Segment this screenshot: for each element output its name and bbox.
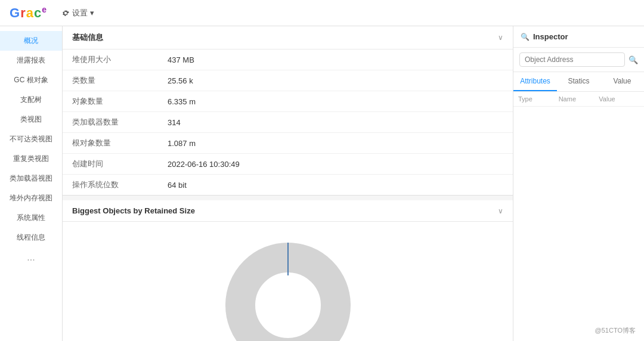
- logo-a: a: [26, 5, 34, 20]
- basic-info-table: 堆使用大小 437 MB 类数量 25.56 k 对象数量 6.335 m 类加…: [63, 49, 513, 195]
- col-type: Type: [518, 95, 559, 103]
- biggest-collapse-icon: ∨: [498, 207, 503, 215]
- sidebar-more: ...: [0, 247, 62, 268]
- object-address-input[interactable]: [519, 52, 625, 67]
- sidebar-item-unreachable-class[interactable]: 不可达类视图: [0, 129, 62, 149]
- sidebar-item-class-view[interactable]: 类视图: [0, 110, 62, 129]
- settings-menu[interactable]: 设置 ▾: [61, 8, 94, 18]
- table-row: 堆使用大小 437 MB: [63, 49, 513, 70]
- sidebar-item-thread-info[interactable]: 线程信息: [0, 228, 62, 247]
- settings-arrow: ▾: [90, 8, 94, 17]
- inspector-title: Inspector: [533, 32, 568, 41]
- inspector-tabs: Attributes Statics Value: [513, 72, 644, 92]
- row-label: 类加载器数量: [63, 112, 158, 133]
- basic-info-section: 基础信息 ∨ 堆使用大小 437 MB 类数量 25.56 k 对象数量 6.3…: [63, 26, 513, 196]
- row-value: 64 bit: [158, 175, 513, 196]
- row-value: 25.56 k: [158, 70, 513, 91]
- sidebar: 概况 泄露报表 GC 根对象 支配树 类视图 不可达类视图 重复类视图 类加载器…: [0, 26, 63, 341]
- tab-statics[interactable]: Statics: [557, 72, 600, 91]
- inspector-icon: 🔍: [521, 33, 530, 41]
- tab-attributes[interactable]: Attributes: [513, 72, 557, 91]
- app-header: Grace 设置 ▾: [0, 0, 644, 26]
- row-label: 操作系统位数: [63, 175, 158, 196]
- col-value: Value: [599, 95, 639, 103]
- basic-info-title: 基础信息: [72, 32, 103, 43]
- inspector-search: 🔍: [513, 48, 644, 72]
- main-layout: 概况 泄露报表 GC 根对象 支配树 类视图 不可达类视图 重复类视图 类加载器…: [0, 26, 644, 341]
- donut-chart: [205, 234, 371, 341]
- logo-r: r: [20, 5, 26, 20]
- table-row: 对象数量 6.335 m: [63, 91, 513, 112]
- svg-point-1: [258, 275, 318, 335]
- table-row: 类数量 25.56 k: [63, 70, 513, 91]
- row-value: 437 MB: [158, 49, 513, 70]
- chart-area: [63, 222, 513, 341]
- sidebar-item-gc-roots[interactable]: GC 根对象: [0, 70, 62, 90]
- inspector-header: 🔍 Inspector: [513, 26, 644, 48]
- sidebar-item-overview[interactable]: 概况: [0, 31, 62, 51]
- table-row: 根对象数量 1.087 m: [63, 133, 513, 154]
- search-button[interactable]: 🔍: [628, 55, 638, 64]
- content-area: 基础信息 ∨ 堆使用大小 437 MB 类数量 25.56 k 对象数量 6.3…: [63, 26, 513, 341]
- basic-info-header[interactable]: 基础信息 ∨: [63, 26, 513, 49]
- row-label: 根对象数量: [63, 133, 158, 154]
- sidebar-item-off-heap[interactable]: 堆外内存视图: [0, 188, 62, 208]
- biggest-objects-header[interactable]: Biggest Objects by Retained Size ∨: [63, 200, 513, 222]
- row-value: 1.087 m: [158, 133, 513, 154]
- settings-label: 设置: [72, 8, 88, 18]
- row-label: 创建时间: [63, 154, 158, 175]
- row-label: 对象数量: [63, 91, 158, 112]
- row-value: 2022-06-16 10:30:49: [158, 154, 513, 175]
- table-row: 创建时间 2022-06-16 10:30:49: [63, 154, 513, 175]
- inspector-columns: Type Name Value: [513, 92, 644, 107]
- logo-g: G: [10, 5, 20, 20]
- logo-e: e: [42, 5, 47, 14]
- sidebar-item-classloader[interactable]: 类加载器视图: [0, 169, 62, 188]
- collapse-icon: ∨: [498, 33, 503, 42]
- right-panel: 🔍 Inspector 🔍 Attributes Statics Value T…: [513, 26, 644, 341]
- row-value: 6.335 m: [158, 91, 513, 112]
- gear-icon: [61, 9, 70, 17]
- biggest-objects-title: Biggest Objects by Retained Size: [72, 206, 195, 215]
- watermark: @51CTO博客: [592, 325, 639, 336]
- sidebar-item-sys-props[interactable]: 系统属性: [0, 208, 62, 228]
- sidebar-item-duplicate-class[interactable]: 重复类视图: [0, 149, 62, 169]
- row-value: 314: [158, 112, 513, 133]
- app-logo: Grace: [10, 5, 47, 21]
- sidebar-item-leak-report[interactable]: 泄露报表: [0, 51, 62, 70]
- biggest-objects-section: Biggest Objects by Retained Size ∨: [63, 200, 513, 341]
- row-label: 堆使用大小: [63, 49, 158, 70]
- logo-c: c: [34, 5, 42, 20]
- col-name: Name: [559, 95, 599, 103]
- row-label: 类数量: [63, 70, 158, 91]
- sidebar-item-dominator-tree[interactable]: 支配树: [0, 90, 62, 110]
- tab-value[interactable]: Value: [600, 72, 644, 91]
- table-row: 操作系统位数 64 bit: [63, 175, 513, 196]
- table-row: 类加载器数量 314: [63, 112, 513, 133]
